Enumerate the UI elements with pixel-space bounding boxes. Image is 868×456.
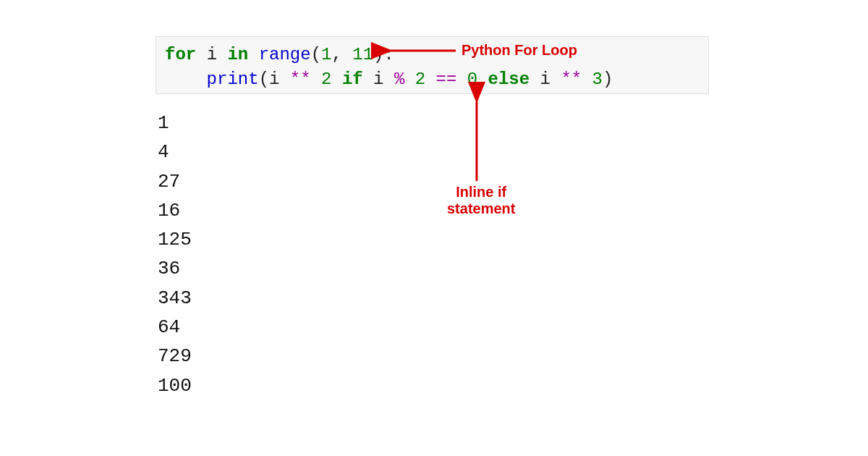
fn-print: print [207,69,259,89]
output-line: 729 [158,342,192,371]
output-line: 1 [158,109,192,138]
kw-in: in [227,45,248,64]
output-line: 4 [158,138,192,166]
output-line: 100 [158,371,192,400]
output-line: 27 [158,167,192,196]
output-line: 64 [158,313,192,342]
output-line: 36 [158,254,192,283]
fn-range: range [259,45,311,64]
output-line: 343 [158,284,192,313]
code-line-2: print(i ** 2 if i % 2 == 0 else i ** 3) [165,67,699,92]
kw-else: else [488,69,530,89]
kw-for: for [165,45,196,64]
kw-if: if [342,69,363,89]
annotation-for-loop: Python For Loop [461,42,577,59]
annotation-inline-if: Inline if statement [447,184,515,217]
output-block: 1 4 27 16 125 36 343 64 729 100 [158,109,192,400]
output-line: 16 [158,196,192,225]
var-i: i [207,45,217,64]
code-block: for i in range(1, 11): print(i ** 2 if i… [156,36,709,94]
output-line: 125 [158,225,192,254]
code-line-1: for i in range(1, 11): [165,43,699,67]
